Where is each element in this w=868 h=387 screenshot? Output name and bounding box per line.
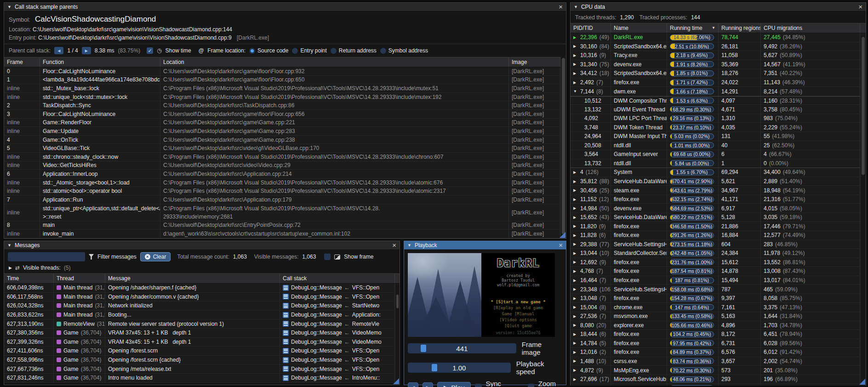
frame-location-radio-source-code[interactable]: Source code — [249, 47, 288, 54]
callstack-col-location[interactable]: Location — [160, 58, 509, 67]
table-row[interactable]: 627,399,326nsGame(36,704)VRAM 43x45: 15 … — [4, 338, 400, 347]
table-row[interactable]: ▶11,152(12)firefox.exe632.15 ms (2.74%)6… — [571, 195, 866, 204]
frame-location-radio-entry-point[interactable]: Entry point — [292, 47, 326, 54]
expand-icon[interactable]: ▶ — [573, 278, 578, 283]
message-callstack[interactable]: DebugLog::Message←VFS::Open — [280, 347, 395, 355]
next-frame-button[interactable]: ▶ — [423, 382, 433, 387]
collapse-icon[interactable]: ▼ — [407, 243, 411, 248]
slider-handle[interactable] — [421, 345, 426, 352]
table-row[interactable]: 20,508ntdll.dll1.01 ms (0.00%)1.01 ms (0… — [571, 141, 866, 150]
table-row[interactable]: ▶4(126)System1.55 s (6.70%)1.55 s (6.70%… — [571, 168, 866, 177]
table-row[interactable]: 606,049,398nsMain thread(31,596)Opening … — [4, 283, 400, 293]
collapse-icon[interactable]: ▼ — [573, 89, 578, 93]
callstack-icon[interactable] — [283, 294, 289, 300]
table-row[interactable]: ▶30,456(25)steam.exe643.61 ms (2.79%)643… — [571, 186, 866, 195]
expand-icon[interactable]: ▶ — [573, 206, 578, 210]
radio-icon[interactable] — [292, 48, 298, 54]
callstack-icon[interactable] — [283, 366, 289, 372]
expand-icon[interactable]: ▶ — [573, 368, 578, 372]
message-callstack[interactable]: DebugLog::Message←IntroMenu:: — [280, 374, 395, 382]
cpu-col-running-regions[interactable]: Running regions — [719, 23, 761, 33]
table-row[interactable]: 627,558,996nsGame(36,704)Opening /forest… — [4, 356, 400, 365]
table-row[interactable]: 1<lambda_84a19dc444fae966ca174e83e708bdc… — [4, 76, 566, 85]
table-row[interactable]: ▶ — [571, 384, 866, 386]
expand-icon[interactable]: ▶ — [573, 35, 578, 40]
expand-icon[interactable]: ▶ — [573, 251, 578, 255]
table-row[interactable]: 3,564GameInput server69.68 us (0.00%)69.… — [571, 150, 866, 159]
table-row[interactable]: ▶13,048(7)firefox.exe154.28 ms (0.67%)15… — [571, 294, 866, 303]
close-icon[interactable]: × — [559, 243, 563, 248]
messages-scrollbar[interactable] — [395, 284, 400, 384]
frame-location-radio-return-address[interactable]: Return address — [331, 47, 377, 54]
table-row[interactable]: ▶13,044(10)StandardCollector.Servic242.4… — [571, 249, 866, 258]
table-row[interactable]: ▶30,160(84)ScriptedSandbox64.exe2.51 s (… — [571, 42, 866, 52]
table-row[interactable]: ▶4,872(9)MsMpEng.exe70.22 ms (0.30%)70.2… — [571, 366, 866, 375]
expand-icon[interactable]: ▶ — [573, 305, 578, 309]
table-row[interactable]: ▶11,828(6)firefox.exe291.26 ms (1.26%)29… — [571, 231, 866, 240]
expand-icon[interactable]: ▶ — [573, 377, 578, 381]
close-icon[interactable]: × — [858, 4, 862, 10]
frame-location-radio-symbol-address[interactable]: Symbol address — [380, 47, 428, 54]
table-row[interactable]: ▼7,144(8)dwm.exe1.66 s (7.18%)1.66 s (7.… — [571, 87, 866, 96]
message-callstack[interactable]: DebugLog::Message←VFS::Open — [280, 283, 395, 292]
message-callstack[interactable]: DebugLog::Message←RemoteVie — [280, 319, 395, 328]
message-callstack[interactable]: DebugLog::Message←Application: — [280, 311, 395, 319]
show-frame-checkbox[interactable] — [324, 254, 331, 260]
expand-icon[interactable]: ▶ — [573, 260, 578, 264]
message-callstack[interactable]: DebugLog::Message←StartNetwo — [280, 301, 395, 310]
cpu-col-running-time[interactable]: Running time▼ — [667, 23, 719, 33]
table-row[interactable]: ▶16,464(7)firefox.exe187 ms (0.81%)187 m… — [571, 276, 866, 285]
table-row[interactable]: 4Game::OnTickC:\Users\wolf\Desktop\darkr… — [4, 136, 566, 144]
table-row[interactable]: ▶27,696(17)Microsoft.ServiceHub.Co48.06 … — [571, 375, 866, 384]
table-row[interactable]: inlineVideo::GetTicksHiResC:\Users\wolf\… — [4, 162, 566, 170]
table-row[interactable]: 627,313,190nsRemoteView(31,392)Remote vi… — [4, 319, 400, 329]
table-row[interactable]: 626,833,622nsMain thread(31,596)Booting.… — [4, 311, 400, 320]
table-row[interactable]: ▶18,444(6)firefox.exe104.2 ms (0.45%)104… — [571, 330, 866, 339]
close-icon[interactable]: × — [559, 4, 563, 10]
table-row[interactable]: 24,964DWM Master Input Thread5.03 ms (0.… — [571, 132, 866, 141]
messages-col-message[interactable]: Message — [105, 274, 280, 283]
table-row[interactable]: 5VideoGLBase::TickC:\Users\wolf\Desktop\… — [4, 144, 566, 153]
message-callstack[interactable]: DebugLog::Message←VFS::Open — [280, 293, 395, 301]
callstack-icon[interactable] — [283, 348, 289, 354]
clear-button[interactable]: × Clear — [140, 252, 171, 261]
table-row[interactable]: ▶15,004(8)chrome.exe147 ms (0.64%)147 ms… — [571, 303, 866, 312]
table-row[interactable]: ▶27,536(7)msvsmon.exe133.45 ms (0.58%)13… — [571, 312, 866, 321]
show-time-checkbox[interactable] — [147, 47, 153, 54]
cpu-col-pid-tid[interactable]: PID/TID — [571, 23, 611, 33]
collapse-icon[interactable]: ▼ — [574, 5, 578, 9]
table-row[interactable]: inlineGame::UpdateC:\Users\wolf\Desktop\… — [4, 127, 566, 136]
table-row[interactable]: 627,831,246nsGame(36,704)Intro menu load… — [4, 374, 400, 383]
expand-icon[interactable]: ▶ — [573, 197, 578, 202]
cpu-col-cpu-migrations[interactable]: CPU migrations — [761, 23, 860, 33]
table-row[interactable]: ▶2,492(7)firefox.exe1.71 s (7.42%)1.71 s… — [571, 78, 866, 87]
table-row[interactable]: inlinestd::_Mutex_base::lockC:\Program F… — [4, 84, 566, 93]
callstack-icon[interactable] — [283, 321, 289, 327]
radio-icon[interactable] — [331, 48, 337, 54]
collapse-icon[interactable]: ▼ — [7, 5, 11, 9]
location-value[interactable]: C:\Users\wolf\Desktop\darkrl\src\game\vi… — [33, 26, 232, 33]
table-row[interactable]: 0Floor::CalcLightNoLuminanceC:\Users\wol… — [4, 67, 566, 76]
table-row[interactable]: 7Application::RunC:\Users\wolf\Desktop\d… — [4, 196, 566, 204]
close-icon[interactable]: × — [392, 243, 396, 248]
messages-col-thread[interactable]: Thread — [54, 274, 105, 283]
message-callstack[interactable]: DebugLog::Message←VFS::Open — [280, 356, 395, 364]
play-button[interactable]: ▶ Play — [437, 382, 471, 387]
resize-grip[interactable] — [393, 378, 399, 384]
table-row[interactable]: ▶35,812(88)ServiceHub.DataWarehou670.41 … — [571, 177, 866, 186]
callstack-icon[interactable] — [283, 375, 289, 381]
resize-grip[interactable] — [859, 379, 865, 385]
cpu-titlebar[interactable]: ▼ CPU data × — [571, 3, 866, 12]
expand-icon[interactable]: ▶ — [573, 179, 578, 184]
expand-icon[interactable]: ▶ — [9, 266, 12, 270]
messages-titlebar[interactable]: ▼ Messages × — [4, 241, 400, 250]
next-frame-button[interactable]: ▶ — [82, 47, 91, 54]
table-row[interactable]: inlineinvoke_maind:\agent\_work\63\s\src… — [4, 230, 566, 238]
table-row[interactable]: 8mainC:\Users\wolf\Desktop\darkrl\src\En… — [4, 221, 566, 230]
expand-icon[interactable]: ▶ — [573, 341, 578, 345]
radio-icon[interactable] — [380, 48, 386, 54]
table-row[interactable]: inlinestd::_Atomic_storage<bool,1>::load… — [4, 179, 566, 187]
table-row[interactable]: 6Application::InnerLoopC:\Users\wolf\Des… — [4, 170, 566, 179]
collapse-icon[interactable]: ▼ — [7, 243, 11, 248]
table-row[interactable]: ▶22,396(49)DarkRL.exe14.33 s (62.06%)14.… — [571, 33, 866, 42]
